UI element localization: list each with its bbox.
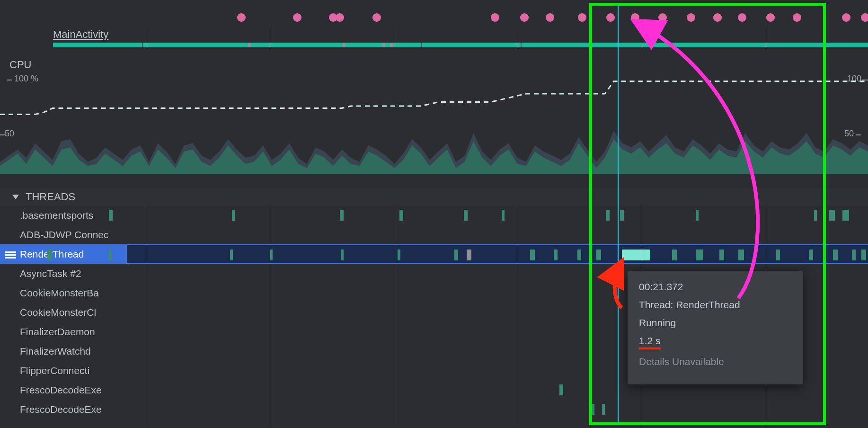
cpu-chart-label: CPU xyxy=(9,59,31,71)
event-marker-dot[interactable] xyxy=(293,13,301,22)
thread-timeline[interactable] xyxy=(127,225,868,244)
thread-activity-segment[interactable] xyxy=(47,250,52,260)
thread-name[interactable]: FrescoDecodeExe xyxy=(0,380,127,400)
timeline-gridline xyxy=(766,26,766,48)
threads-section-header[interactable]: THREADS xyxy=(0,188,868,205)
thread-activity-segment[interactable] xyxy=(814,210,817,221)
thread-activity-segment[interactable] xyxy=(399,210,403,221)
thread-timeline[interactable] xyxy=(127,205,868,225)
tooltip-thread: Thread: RenderThread xyxy=(639,299,791,311)
thread-row[interactable]: .basementsports xyxy=(0,205,868,225)
thread-activity-segment[interactable] xyxy=(341,250,344,260)
thread-activity-segment[interactable] xyxy=(602,404,605,415)
thread-activity-segment[interactable] xyxy=(809,250,813,260)
thread-activity-segment[interactable] xyxy=(672,250,677,260)
thread-activity-segment[interactable] xyxy=(464,210,468,221)
event-marker-dot[interactable] xyxy=(491,13,499,22)
cpu-dashed-line xyxy=(0,81,868,115)
timeline-gridline xyxy=(518,205,518,428)
thread-activity-segment[interactable] xyxy=(620,210,624,221)
activity-faint-marker xyxy=(421,43,422,47)
thread-name[interactable]: .basementsports xyxy=(0,205,127,225)
event-marker-strip[interactable] xyxy=(0,0,868,26)
event-marker-dot[interactable] xyxy=(546,13,554,22)
cpu-area-chart xyxy=(0,71,868,174)
activity-lifecycle-bar[interactable] xyxy=(53,43,868,47)
cpu-chart[interactable]: CPU 100 % 50 100 50 xyxy=(0,55,868,178)
thread-name[interactable]: FinalizerWatchd xyxy=(0,341,127,361)
activity-label[interactable]: MainActivity xyxy=(53,28,108,41)
thread-name[interactable]: FrescoDecodeExe xyxy=(0,400,127,419)
thread-activity-segment[interactable] xyxy=(554,250,558,260)
activity-gap xyxy=(343,43,345,47)
thread-activity-segment[interactable] xyxy=(829,210,835,221)
thread-activity-segment[interactable] xyxy=(230,250,233,260)
event-marker-dot[interactable] xyxy=(861,13,868,22)
activity-row: MainActivity xyxy=(0,26,868,48)
thread-activity-segment[interactable] xyxy=(833,250,838,260)
activity-faint-marker xyxy=(521,43,522,47)
event-marker-dot[interactable] xyxy=(658,13,667,22)
event-marker-dot[interactable] xyxy=(336,13,344,22)
event-marker-dot[interactable] xyxy=(578,13,586,22)
profiler-root: MainActivity CPU 100 % 50 100 50 THREADS… xyxy=(0,0,868,428)
timeline-gridline xyxy=(147,26,147,48)
threads-header-label: THREADS xyxy=(26,191,75,203)
thread-name[interactable]: ADB-JDWP Connec xyxy=(0,225,127,244)
thread-activity-segment[interactable] xyxy=(340,210,344,221)
timeline-gridline xyxy=(642,26,642,48)
event-marker-dot[interactable] xyxy=(793,13,801,22)
thread-row[interactable]: ADB-JDWP Connec xyxy=(0,225,868,244)
thread-activity-segment[interactable] xyxy=(696,210,699,221)
thread-activity-segment[interactable] xyxy=(842,210,849,221)
event-marker-dot[interactable] xyxy=(237,13,246,22)
tooltip-details: Details Unavailable xyxy=(639,356,791,367)
thread-activity-segment[interactable] xyxy=(596,250,601,260)
thread-state-tooltip: 00:21.372 Thread: RenderThread Running 1… xyxy=(628,271,803,384)
activity-gap xyxy=(248,43,251,47)
thread-timeline[interactable] xyxy=(127,400,868,419)
event-marker-dot[interactable] xyxy=(631,13,639,22)
thread-activity-segment[interactable] xyxy=(861,250,866,260)
thread-name[interactable]: FlipperConnecti xyxy=(0,361,127,380)
thread-activity-segment[interactable] xyxy=(696,250,703,260)
thread-activity-segment[interactable] xyxy=(502,210,505,221)
thread-activity-segment[interactable] xyxy=(577,250,581,260)
timeline-gridline xyxy=(270,26,270,48)
event-marker-dot[interactable] xyxy=(520,13,529,22)
thread-activity-segment[interactable] xyxy=(559,384,563,395)
event-marker-dot[interactable] xyxy=(687,13,695,22)
thread-row[interactable]: FrescoDecodeExe xyxy=(0,400,868,419)
event-marker-dot[interactable] xyxy=(766,13,775,22)
thread-timeline[interactable] xyxy=(127,244,868,264)
thread-activity-segment[interactable] xyxy=(606,210,610,221)
thread-activity-segment[interactable] xyxy=(776,250,780,260)
thread-running-segment[interactable] xyxy=(622,250,650,260)
event-marker-dot[interactable] xyxy=(842,13,850,22)
timeline-gridline xyxy=(518,26,518,48)
thread-activity-segment[interactable] xyxy=(530,250,535,260)
thread-activity-segment[interactable] xyxy=(454,250,458,260)
thread-activity-segment[interactable] xyxy=(232,210,235,221)
thread-name[interactable]: FinalizerDaemon xyxy=(0,322,127,341)
thread-waiting-segment[interactable] xyxy=(467,250,471,260)
thread-name[interactable]: AsyncTask #2 xyxy=(0,264,127,283)
thread-activity-segment[interactable] xyxy=(852,250,856,260)
thread-activity-segment[interactable] xyxy=(738,250,744,260)
event-marker-dot[interactable] xyxy=(606,13,615,22)
thread-name[interactable]: RenderThread xyxy=(0,244,127,264)
thread-activity-segment[interactable] xyxy=(591,404,594,415)
event-marker-dot[interactable] xyxy=(738,13,746,22)
thread-activity-segment[interactable] xyxy=(109,250,112,260)
thread-row[interactable]: RenderThread xyxy=(0,244,868,264)
drag-handle-icon[interactable] xyxy=(5,250,16,259)
event-marker-dot[interactable] xyxy=(713,13,722,22)
tooltip-time: 00:21.372 xyxy=(639,281,791,293)
thread-name[interactable]: CookieMonsterBa xyxy=(0,283,127,303)
thread-activity-segment[interactable] xyxy=(398,250,400,260)
chevron-down-icon xyxy=(12,195,19,199)
thread-activity-segment[interactable] xyxy=(109,210,113,221)
thread-name[interactable]: CookieMonsterCl xyxy=(0,303,127,322)
event-marker-dot[interactable] xyxy=(372,13,381,22)
thread-activity-segment[interactable] xyxy=(719,250,724,260)
